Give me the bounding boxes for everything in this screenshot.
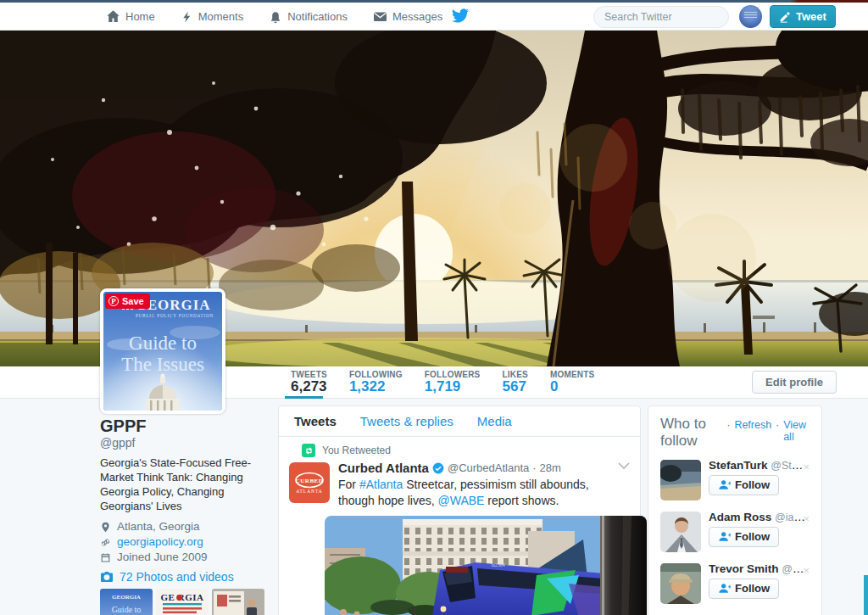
dismiss-icon[interactable]: × <box>803 461 810 472</box>
profile-handle: @gppf <box>100 436 264 450</box>
tweet-mention-link[interactable]: @WABE <box>438 494 485 507</box>
photos-and-videos-link[interactable]: 72 Photos and videos <box>100 570 264 584</box>
retweet-note-label: You Retweeted <box>322 444 391 456</box>
avatar-title-line1: Guide to <box>129 333 197 354</box>
retweet-icon <box>302 444 315 457</box>
account-avatar[interactable] <box>739 5 762 28</box>
nav-item-moments[interactable]: Moments <box>168 3 256 31</box>
follow-person-icon <box>718 531 731 542</box>
separator-dot: · <box>726 419 730 431</box>
suggestion-avatar[interactable] <box>660 512 701 552</box>
envelope-icon <box>373 10 387 23</box>
refresh-link[interactable]: Refresh <box>734 419 771 431</box>
twitter-logo[interactable] <box>452 8 469 23</box>
stat-value: 0 <box>550 378 595 395</box>
follow-person-icon <box>718 479 731 490</box>
follow-button[interactable]: Follow <box>709 579 779 599</box>
nav-links: Home Moments Notifications Messages <box>93 3 455 31</box>
suggestion-avatar[interactable] <box>660 460 701 500</box>
tab-tweets-replies[interactable]: Tweets & replies <box>348 414 465 428</box>
profile-joined-row: Joined June 2009 <box>100 550 264 565</box>
profile-avatar-image: GEORGIA PUBLIC POLICY FOUNDATION Guide t… <box>103 292 222 411</box>
nav-item-messages[interactable]: Messages <box>360 3 455 31</box>
stat-value: 1,719 <box>425 378 481 395</box>
pinterest-icon: P <box>108 296 119 306</box>
timeline-tabs: Tweets Tweets & replies Media <box>279 406 640 437</box>
streetcar-photo: \u2304 <box>325 516 647 615</box>
tweet-text-segment: report shows. <box>484 494 559 507</box>
follow-button-label: Follow <box>735 582 770 595</box>
follow-button-label: Follow <box>735 478 770 491</box>
suggestion-name[interactable]: StefanTurk @StefanTurk <box>709 459 809 472</box>
profile-location: Atlanta, Georgia <box>117 519 200 534</box>
stat-followers[interactable]: FOLLOWERS 1,719 <box>414 366 492 398</box>
nav-item-label: Moments <box>198 10 243 23</box>
view-all-link[interactable]: View all <box>783 419 810 443</box>
photo-thumbnail-flyer[interactable]: GE RGIANOVEMBER 11Anniversary <box>156 589 209 615</box>
stat-value: 6,273 <box>291 378 327 395</box>
separator-dot: · <box>776 419 779 431</box>
stat-value: 567 <box>502 378 527 395</box>
home-icon <box>106 9 120 24</box>
profile-location-row: Atlanta, Georgia <box>100 519 264 534</box>
stat-following[interactable]: FOLLOWING 1,322 <box>338 366 414 398</box>
calendar-icon <box>100 552 111 563</box>
compose-icon <box>779 11 791 23</box>
suggestion-row: StefanTurk @StefanTurk × Follow <box>660 459 810 501</box>
photo-thumbnails: GEORGIAGuide toThe Issues GE RGIANOVEMBE… <box>100 589 264 615</box>
tweet-button-label: Tweet <box>796 10 826 23</box>
tweet-photo[interactable]: \u2304 <box>325 516 647 615</box>
follow-button[interactable]: Follow <box>709 475 779 495</box>
photo-thumbnail-event[interactable] <box>212 589 264 615</box>
stat-moments[interactable]: MOMENTS 0 <box>539 366 606 398</box>
follow-button-label: Follow <box>735 530 770 543</box>
tweet: You Retweeted CURBEDATLANTA Curbed Atlan… <box>279 437 640 615</box>
tweet-menu-chevron[interactable] <box>618 462 630 470</box>
pinterest-save-label: Save <box>122 296 144 306</box>
search-input[interactable] <box>594 11 744 23</box>
pinterest-save-button[interactable]: P Save <box>105 294 150 309</box>
tweet-author-handle[interactable]: @CurbedAtlanta <box>448 461 529 474</box>
follow-button[interactable]: Follow <box>709 527 779 547</box>
nav-item-notifications[interactable]: Notifications <box>256 3 360 31</box>
bell-icon <box>269 10 282 24</box>
link-icon <box>100 537 111 548</box>
profile-name[interactable]: GPPF <box>100 416 264 436</box>
photo-thumbnail-guide[interactable]: GEORGIAGuide toThe Issues <box>100 589 153 615</box>
dismiss-icon[interactable]: × <box>803 513 810 524</box>
avatar-title-line2: The Issues <box>121 354 204 375</box>
nav-item-label: Notifications <box>287 10 348 23</box>
profile-bio: Georgia's State-Focused Free-Market Thin… <box>100 456 264 513</box>
search-box <box>593 6 729 28</box>
profile-summary: GPPF @gppf Georgia's State-Focused Free-… <box>95 399 271 615</box>
suggestion-name[interactable]: Adam Ross @iamadamross <box>709 511 809 523</box>
follow-person-icon <box>718 583 731 594</box>
profile-joined: Joined June 2009 <box>117 550 208 565</box>
camera-icon <box>100 571 114 583</box>
top-nav: Home Moments Notifications Messages Twee… <box>0 3 868 31</box>
profile-website-link[interactable]: georgiapolicy.org <box>117 534 203 550</box>
stat-tweets[interactable]: TWEETS 6,273 <box>280 366 338 398</box>
page-edge-widget <box>864 575 868 615</box>
nav-item-home[interactable]: Home <box>93 3 168 31</box>
tweet-author-avatar[interactable]: CURBEDATLANTA <box>289 462 330 503</box>
stat-value: 1,322 <box>349 378 403 395</box>
lightning-icon <box>181 10 193 24</box>
dismiss-icon[interactable]: × <box>803 565 810 576</box>
suggestion-name[interactable]: Trevor Smith @GaFarmer... <box>709 562 809 575</box>
edit-profile-button[interactable]: Edit profile <box>752 371 837 394</box>
tweet-author-name[interactable]: Curbed Atlanta <box>338 461 429 475</box>
tab-tweets[interactable]: Tweets <box>282 414 348 428</box>
tweet-timestamp[interactable]: 28m <box>540 461 561 474</box>
suggestion-avatar[interactable] <box>660 563 701 604</box>
suggestion-row: Trevor Smith @GaFarmer... × Follow <box>660 562 810 605</box>
svg-text:Guide to: Guide to <box>112 605 142 614</box>
tweet-button[interactable]: Tweet <box>770 5 836 28</box>
svg-text:\u2304: \u2304 <box>491 562 505 567</box>
tweet-hashtag-link[interactable]: #Atlanta <box>359 478 403 491</box>
tab-media[interactable]: Media <box>465 414 524 428</box>
nav-item-label: Home <box>125 10 155 23</box>
nav-item-label: Messages <box>392 10 442 23</box>
avatar-brand-subtext: PUBLIC POLICY FOUNDATION <box>136 313 214 318</box>
stat-likes[interactable]: LIKES 567 <box>491 366 538 398</box>
